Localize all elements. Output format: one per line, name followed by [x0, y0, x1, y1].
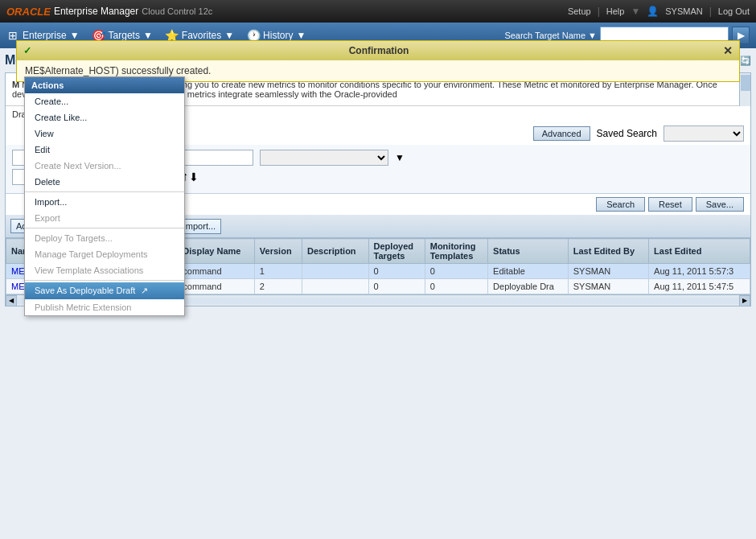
- col-description[interactable]: Description: [302, 239, 369, 264]
- favorites-label: Favorites: [182, 30, 221, 41]
- cell-monitoring: 0: [425, 279, 487, 294]
- menu-item-manage-deployments: Manage Target Deployments: [25, 246, 184, 262]
- menu-item-create-next-version: Create Next Version...: [25, 158, 184, 174]
- save-search-button[interactable]: Save...: [696, 197, 744, 212]
- user-icon: 👤: [647, 6, 659, 17]
- menu-item-view[interactable]: View: [25, 125, 184, 142]
- help-link[interactable]: Help: [606, 6, 625, 16]
- menu-item-deploy-targets: Deploy To Targets...: [25, 230, 184, 246]
- context-menu: Actions Create... Create Like... View Ed…: [24, 76, 185, 316]
- favorites-arrow: ▼: [224, 30, 234, 41]
- confirmation-title: Confirmation: [349, 45, 409, 56]
- confirmation-icon: ✓: [23, 45, 31, 56]
- menu-item-edit[interactable]: Edit: [25, 142, 184, 158]
- refresh-icon[interactable]: 🔄: [740, 56, 751, 65]
- cell-display-name: command: [178, 279, 255, 294]
- cell-status: Deployable Dra: [488, 279, 569, 294]
- enterprise-label: Enterprise: [23, 30, 67, 41]
- cell-edited: Aug 11, 2011 5:47:5: [649, 279, 750, 294]
- menu-item-create[interactable]: Create...: [25, 93, 184, 109]
- cell-deployed: 0: [368, 279, 425, 294]
- search-dropdown-icon: ▼: [395, 152, 405, 163]
- confirmation-close-button[interactable]: ✕: [723, 44, 733, 57]
- targets-arrow: ▼: [143, 30, 153, 41]
- cell-status: Editable: [488, 264, 569, 279]
- scroll-thumb[interactable]: [741, 75, 750, 91]
- col-last-edited-by[interactable]: Last Edited By: [568, 239, 648, 264]
- setup-link[interactable]: Setup: [568, 6, 591, 16]
- context-menu-header: Actions: [25, 77, 184, 93]
- top-nav: ORACLE Enterprise Manager Cloud Control …: [0, 0, 756, 23]
- enterprise-arrow: ▼: [70, 30, 80, 41]
- context-menu-separator-3: [25, 280, 184, 281]
- cell-version: 1: [254, 264, 302, 279]
- import-label: Import...: [183, 221, 216, 231]
- vertical-scrollbar[interactable]: [739, 73, 750, 106]
- col-deployed-targets[interactable]: DeployedTargets: [368, 239, 425, 264]
- reset-button[interactable]: Reset: [648, 197, 692, 212]
- cell-edited: Aug 11, 2011 5:57:3: [649, 264, 750, 279]
- menu-item-save-draft[interactable]: Save As Deployable Draft ↗: [25, 282, 184, 299]
- scroll-left-button[interactable]: ◀: [6, 295, 17, 307]
- menu-item-publish: Publish Metric Extension: [25, 299, 184, 315]
- oracle-brand: ORACLE: [6, 6, 51, 18]
- menu-item-delete[interactable]: Delete: [25, 174, 184, 190]
- saved-search-label: Saved Search: [597, 128, 657, 139]
- scroll-right-button[interactable]: ▶: [739, 295, 750, 307]
- em-text: Enterprise Manager: [54, 6, 138, 17]
- search-label: Search Target Name ▼: [504, 31, 597, 40]
- cell-edited-by: SYSMAN: [568, 264, 648, 279]
- col-monitoring-templates[interactable]: MonitoringTemplates: [425, 239, 487, 264]
- saved-search-select[interactable]: [664, 125, 744, 142]
- top-nav-left: ORACLE Enterprise Manager Cloud Control …: [6, 6, 212, 18]
- search-select-1[interactable]: [260, 150, 388, 166]
- advanced-button[interactable]: Advanced: [533, 126, 590, 141]
- cell-monitoring: 0: [425, 264, 487, 279]
- cell-deployed: 0: [368, 264, 425, 279]
- search-button[interactable]: Search: [596, 197, 645, 212]
- context-menu-separator-1: [25, 191, 184, 192]
- top-nav-right: Setup | Help ▼ 👤 SYSMAN | Log Out: [568, 6, 750, 17]
- logout-link[interactable]: Log Out: [718, 6, 750, 16]
- history-label: History: [263, 30, 293, 41]
- targets-label: Targets: [109, 30, 140, 41]
- user-link[interactable]: SYSMAN: [665, 6, 702, 16]
- menu-item-view-template: View Template Associations: [25, 262, 184, 278]
- col-status[interactable]: Status: [488, 239, 569, 264]
- col-last-edited[interactable]: Last Edited: [649, 239, 750, 264]
- cell-display-name: command: [178, 264, 255, 279]
- cell-description: [302, 264, 369, 279]
- confirmation-header: ✓ Confirmation ✕: [17, 41, 739, 60]
- cc-text: Cloud Control 12c: [142, 6, 212, 16]
- context-menu-separator-2: [25, 228, 184, 228]
- cursor-indicator: ↗: [141, 286, 148, 295]
- menu-item-create-like[interactable]: Create Like...: [25, 109, 184, 125]
- history-arrow: ▼: [296, 30, 306, 41]
- cell-version: 2: [254, 279, 302, 294]
- cell-description: [302, 279, 369, 294]
- confirmation-message: ME$Alternate_HOST) successfully created.: [25, 65, 211, 76]
- page-wrapper: Metric Extensions Page Refreshed Aug 11,…: [0, 48, 756, 539]
- col-display-name[interactable]: Display Name: [178, 239, 255, 264]
- menu-item-import[interactable]: Import...: [25, 194, 184, 210]
- col-version[interactable]: Version: [254, 239, 302, 264]
- menu-item-export: Export: [25, 210, 184, 226]
- oracle-logo: ORACLE Enterprise Manager Cloud Control …: [6, 6, 212, 18]
- cell-edited-by: SYSMAN: [568, 279, 648, 294]
